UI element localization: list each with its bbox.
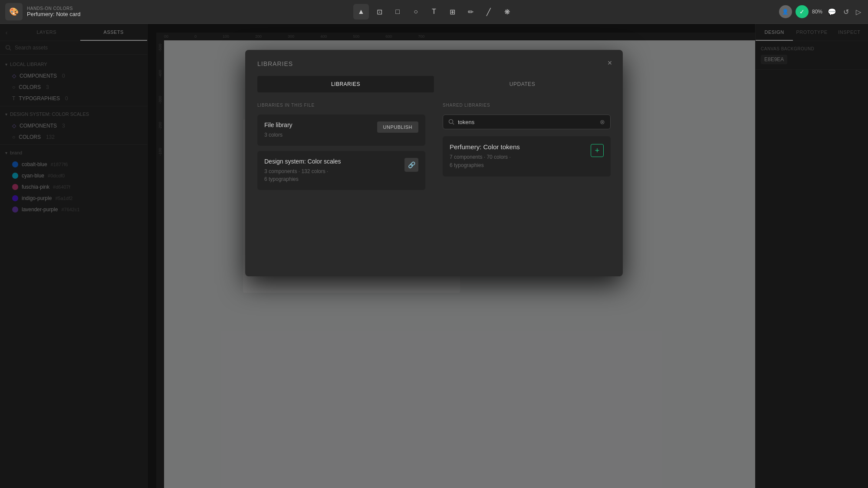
design-system-desc2: 6 typographies [264,175,341,183]
shared-library-item: Perfumery: Color tokens 7 components · 7… [443,136,611,177]
present-icon[interactable]: ▷ [854,6,863,18]
modal-tab-libraries[interactable]: LIBRARIES [257,76,434,92]
design-system-info: Design system: Color scales 3 components… [264,158,341,183]
tool-pen[interactable]: ✏ [463,4,478,20]
app-logo: 🎨 [5,3,23,20]
zoom-level: 80% [812,9,822,15]
modal-tab-updates[interactable]: UPDATES [434,76,611,92]
modal-overlay: LIBRARIES × LIBRARIES UPDATES LIBRARIES … [0,24,868,488]
libraries-in-file-title: LIBRARIES IN THIS FILE [257,103,425,108]
design-system-title: Design system: Color scales [264,158,341,165]
shared-lib-desc2: 6 typographies [450,161,520,170]
top-bar-right: 👤 ✓ 80% 💬 ↺ ▷ [779,5,863,18]
modal-header: LIBRARIES × LIBRARIES UPDATES [245,50,623,92]
modal-title: LIBRARIES [257,60,611,67]
history-icon[interactable]: ↺ [842,6,851,18]
libraries-modal: LIBRARIES × LIBRARIES UPDATES LIBRARIES … [245,50,623,276]
tool-image[interactable]: ⊞ [444,4,460,20]
file-library-desc: 3 colors [264,131,293,139]
file-info: HANDS-ON COLORS Perfumery: Note card [27,6,81,17]
file-library-actions: File library 3 colors UNPUBLISH [264,121,418,139]
svg-line-3 [453,123,454,125]
shared-search-bar: ⊗ [443,115,611,129]
file-library-title: File library [264,121,293,128]
toolbar-center: ▲ ⊡ □ ○ T ⊞ ✏ ╱ ❋ [353,4,515,20]
status-icon: ✓ [796,5,809,18]
tool-plugin[interactable]: ❋ [499,4,515,20]
file-name: Perfumery: Note card [27,11,81,17]
unpublish-button[interactable]: UNPUBLISH [377,121,418,133]
svg-point-2 [449,120,453,124]
modal-body: LIBRARIES IN THIS FILE File library 3 co… [245,103,623,276]
file-library-info: File library 3 colors [264,121,293,139]
tool-text[interactable]: T [426,4,442,20]
avatar: 👤 [779,5,792,18]
search-clear-button[interactable]: ⊗ [600,118,605,125]
modal-tabs: LIBRARIES UPDATES [257,76,611,92]
tool-ellipse[interactable]: ○ [408,4,424,20]
tool-rectangle[interactable]: □ [390,4,405,20]
shared-libraries-title: SHARED LIBRARIES [443,103,611,108]
modal-close-button[interactable]: × [604,57,616,69]
link-button[interactable]: 🔗 [404,158,418,172]
modal-right-section: SHARED LIBRARIES ⊗ Perfumery: Color toke… [443,103,611,264]
shared-search-input[interactable] [458,119,596,125]
tool-line[interactable]: ╱ [481,4,496,20]
library-name: HANDS-ON COLORS [27,6,81,11]
comment-icon[interactable]: 💬 [826,6,838,18]
search-icon-2 [448,119,454,125]
design-system-actions: Design system: Color scales 3 components… [264,158,418,183]
tool-frame[interactable]: ⊡ [372,4,387,20]
top-bar: 🎨 HANDS-ON COLORS Perfumery: Note card ▲… [0,0,868,24]
design-system-item: Design system: Color scales 3 components… [257,151,425,190]
add-library-button[interactable]: + [591,144,604,157]
shared-lib-desc1: 7 components · 70 colors · [450,153,520,161]
file-library-item: File library 3 colors UNPUBLISH [257,115,425,146]
shared-lib-title: Perfumery: Color tokens [450,143,520,151]
shared-library-info: Perfumery: Color tokens 7 components · 7… [450,143,520,170]
modal-left-section: LIBRARIES IN THIS FILE File library 3 co… [257,103,425,264]
design-system-desc1: 3 components · 132 colors · [264,167,341,175]
tool-pointer[interactable]: ▲ [353,4,369,20]
